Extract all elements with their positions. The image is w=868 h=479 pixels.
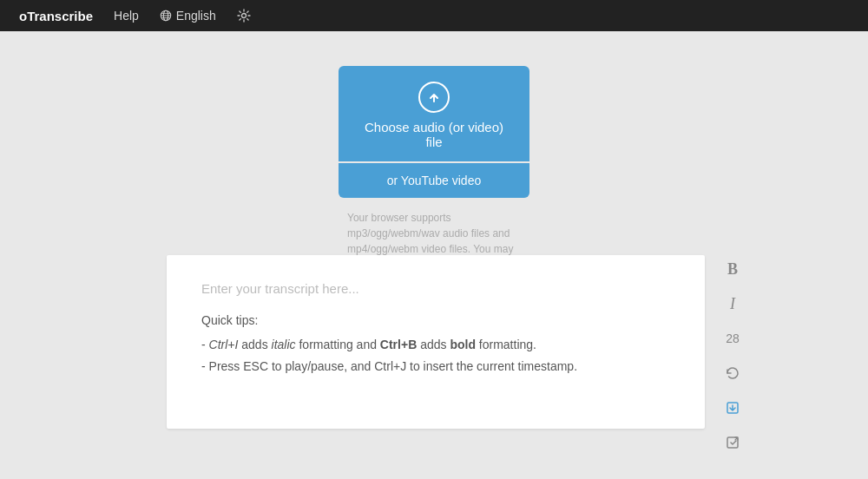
gear-icon xyxy=(237,9,251,23)
quick-tips-title: Quick tips: xyxy=(201,313,670,327)
tip1-bold: bold xyxy=(450,338,476,351)
language-label: English xyxy=(176,9,216,23)
import-button[interactable] xyxy=(717,392,748,423)
main-content: Choose audio (or video) file or YouTube … xyxy=(0,31,868,272)
font-size-display[interactable]: 28 xyxy=(717,323,748,354)
editor-container: Enter your transcript here... Quick tips… xyxy=(167,255,705,429)
tip2-line: - Press ESC to play/pause, and Ctrl+J to… xyxy=(201,356,670,377)
tip1-adds2: adds xyxy=(417,338,450,351)
export-button[interactable] xyxy=(717,427,748,458)
choose-file-button[interactable]: Choose audio (or video) file xyxy=(339,66,529,161)
transcript-placeholder[interactable]: Enter your transcript here... xyxy=(201,281,670,296)
language-nav-item[interactable]: English xyxy=(151,5,225,26)
choose-file-label: Choose audio (or video) file xyxy=(356,120,512,149)
youtube-button[interactable]: or YouTube video xyxy=(339,163,529,198)
upload-area: Choose audio (or video) file or YouTube … xyxy=(339,66,529,272)
tip1-prefix: - xyxy=(201,338,209,351)
tip1-italic: italic xyxy=(272,338,296,351)
upload-icon xyxy=(418,82,450,113)
tip1-adds: adds xyxy=(238,338,271,351)
undo-button[interactable] xyxy=(717,358,748,389)
tip1-line: - Ctrl+I adds italic formatting and Ctrl… xyxy=(201,334,670,356)
bold-tool-button[interactable]: B xyxy=(717,253,748,285)
svg-point-5 xyxy=(241,14,246,18)
right-tools: B I 28 xyxy=(717,253,748,458)
help-nav-item[interactable]: Help xyxy=(105,5,148,26)
tip1-mid: formatting and xyxy=(296,338,380,351)
settings-nav-item[interactable] xyxy=(228,5,260,26)
quick-tips-content: - Ctrl+I adds italic formatting and Ctrl… xyxy=(201,334,670,377)
globe-icon xyxy=(160,10,172,22)
brand-logo[interactable]: oTranscribe xyxy=(10,5,102,27)
tip1-ctrl-i: Ctrl+I xyxy=(209,338,239,351)
tip1-suffix: formatting. xyxy=(476,338,536,351)
navbar: oTranscribe Help English xyxy=(0,0,868,31)
italic-tool-button[interactable]: I xyxy=(717,288,748,319)
tip1-ctrl-b: Ctrl+B xyxy=(380,338,417,351)
